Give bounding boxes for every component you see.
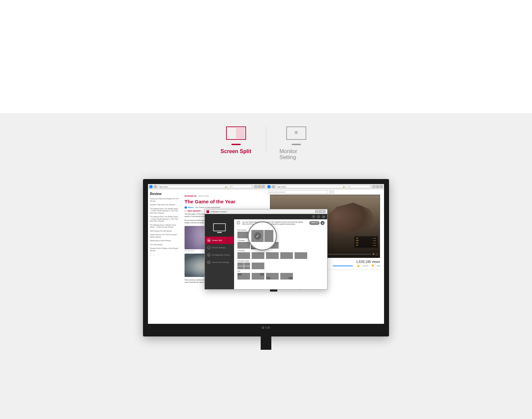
layout-4a[interactable] bbox=[237, 263, 250, 269]
nav-label: Game mode settings bbox=[212, 261, 229, 263]
layout-3e[interactable] bbox=[295, 252, 307, 259]
monitor-stand bbox=[261, 336, 271, 350]
search-box[interactable] bbox=[232, 185, 252, 188]
layout-pip-bl[interactable] bbox=[266, 273, 279, 280]
overlay-stat: SP━━━ bbox=[356, 244, 376, 246]
thumbs-down-icon[interactable]: 👎 bbox=[371, 265, 374, 267]
osc-info-text: You can choose the screen split type for… bbox=[242, 221, 307, 225]
gear-icon[interactable]: ⚙ bbox=[322, 215, 325, 218]
osc-nav-game-mode[interactable]: 🎮 Game mode settings bbox=[205, 259, 234, 266]
close-button[interactable]: × bbox=[262, 185, 265, 188]
search-box[interactable] bbox=[350, 185, 370, 188]
minimize-button[interactable]: – bbox=[372, 185, 375, 188]
layout-3d[interactable] bbox=[280, 252, 293, 259]
layout-3b[interactable] bbox=[252, 252, 264, 259]
layout-pip-tr[interactable] bbox=[252, 273, 264, 280]
tab-label: Monitor Setting bbox=[280, 148, 313, 160]
monitor-mockup: ← → https://www🔒 ↻ – ▢ × Review PowerCol… bbox=[143, 179, 389, 350]
player-stats-overlay: SP━━━ MP━━━ HP━━━ SP━━━ bbox=[354, 236, 378, 248]
osc-main-panel: i You can choose the screen split type f… bbox=[234, 219, 327, 289]
section-4-screen: 4-Screen Split bbox=[237, 260, 324, 262]
maximize-button[interactable]: ▢ bbox=[376, 185, 379, 188]
share-label[interactable]: Share. bbox=[188, 206, 194, 208]
osc-toolbar: ? i ⚙ bbox=[205, 214, 327, 219]
monitor-bezel: ← → https://www🔒 ↻ – ▢ × Review PowerCol… bbox=[143, 179, 389, 336]
video-search-bar: game review channel bbox=[266, 189, 384, 195]
maximize-button[interactable]: ▢ bbox=[258, 185, 261, 188]
osc-app-icon bbox=[206, 210, 209, 213]
close-button[interactable]: × bbox=[380, 185, 383, 188]
tab-monitor-setting[interactable]: Monitor Setting bbox=[266, 126, 326, 163]
layout-2a[interactable] bbox=[237, 242, 250, 249]
osc-monitor-preview bbox=[205, 219, 234, 237]
osc-titlebar[interactable]: OnScreen Control – ▢ × bbox=[205, 209, 327, 214]
tab-label: Screen Split bbox=[220, 148, 251, 154]
osc-sidebar: ▣ Screen Split ▭ Monitor Settings ◐ My A… bbox=[205, 219, 234, 289]
back-button[interactable]: ← bbox=[267, 185, 271, 188]
layout-3c[interactable] bbox=[266, 252, 279, 259]
monitor-stand-icon bbox=[292, 144, 301, 145]
sidebar-link[interactable]: Nvidia GeForce GTX 1070 Founder's Editio… bbox=[150, 234, 179, 238]
overlay-stat: SP━━━ bbox=[356, 237, 376, 239]
like-count: 78,141 bbox=[362, 265, 368, 267]
magnified-layout: ✓ bbox=[251, 230, 273, 242]
share-icon[interactable] bbox=[185, 206, 187, 209]
monitor-stand-icon bbox=[231, 144, 241, 145]
minimize-button[interactable]: – bbox=[254, 185, 257, 188]
settings-icon[interactable]: ⚙ bbox=[372, 253, 374, 256]
apply-all-button[interactable]: Apply all bbox=[309, 221, 320, 225]
address-bar[interactable]: https://www🔒 ↻ bbox=[276, 185, 348, 188]
sidebar-header: Review bbox=[150, 192, 179, 196]
thumbs-up-icon[interactable]: 👍 bbox=[357, 265, 360, 267]
info-icon: i bbox=[237, 221, 240, 224]
article-sidebar: Review PowerColor Red Devil Radeon RX 47… bbox=[148, 189, 181, 324]
sidebar-link[interactable]: Shadow Tactics: Blades of the Shogun Rev… bbox=[150, 247, 179, 252]
reviewed-on-date: | 28 NOV 2016 bbox=[198, 195, 209, 197]
address-bar[interactable]: https://www🔒 ↻ bbox=[158, 185, 230, 188]
nav-label: Monitor Settings bbox=[212, 247, 225, 249]
osc-nav-monitor-settings[interactable]: ▭ Monitor Settings bbox=[205, 244, 234, 251]
article-title: The Game of the Year bbox=[185, 199, 263, 205]
share-subtitle: The Game of the experience bbox=[195, 206, 220, 208]
reviewed-on-label: REVIEWED ON bbox=[185, 195, 197, 197]
layout-pip-br[interactable] bbox=[280, 273, 293, 280]
forward-button[interactable]: → bbox=[272, 185, 275, 188]
sidebar-link[interactable]: AMD Radeon RX 460 Review bbox=[150, 230, 179, 232]
sidebar-link[interactable]: The Walking Dead: The Telltale Series – … bbox=[150, 208, 179, 214]
browser-toolbar: ← → https://www🔒 ↻ – ▢ × bbox=[148, 184, 266, 189]
sidebar-link[interactable]: Shardier: Half-Genie Hero Review bbox=[150, 204, 179, 206]
video-search-button[interactable] bbox=[329, 190, 334, 194]
monitor-brand-logo: ◎ LG bbox=[148, 326, 384, 329]
browser-toolbar: ← → https://www🔒 ↻ – ▢ × bbox=[266, 184, 384, 189]
layout-4b[interactable] bbox=[252, 263, 264, 269]
sidebar-link[interactable]: The Walking Dead: The Telltale Series – … bbox=[150, 216, 179, 222]
close-button[interactable]: × bbox=[323, 210, 326, 213]
magnifier-overlay: ✓ bbox=[248, 221, 277, 251]
tab-screen-split[interactable]: Screen Split bbox=[206, 126, 266, 163]
sidebar-link[interactable]: Let It Die Review bbox=[150, 244, 179, 246]
preset-icon: ◐ bbox=[207, 253, 210, 257]
info-icon[interactable]: i bbox=[317, 215, 320, 218]
minimize-button[interactable]: – bbox=[315, 210, 318, 213]
help-icon[interactable]: ? bbox=[312, 215, 315, 218]
osc-nav-app-preset[interactable]: ◐ My Application Preset bbox=[205, 251, 234, 259]
sidebar-link[interactable]: Watermelown Within Review bbox=[150, 240, 179, 242]
checkmark-icon: ✓ bbox=[254, 232, 261, 240]
layout-pip-tl[interactable] bbox=[237, 273, 250, 280]
sidebar-link[interactable]: The Walking Dead: A Telltale Game Series… bbox=[150, 224, 179, 228]
video-search-input[interactable]: game review channel bbox=[268, 190, 328, 194]
back-button[interactable]: ← bbox=[149, 185, 153, 188]
maximize-button[interactable]: ▢ bbox=[319, 210, 322, 213]
sidebar-link[interactable]: PowerColor Red Devil Radeon RX 470 Revie… bbox=[150, 198, 179, 202]
forward-button[interactable]: → bbox=[154, 185, 157, 188]
nav-label: Screen Split bbox=[212, 239, 222, 241]
gamepad-icon: 🎮 bbox=[207, 261, 210, 264]
layout-3a[interactable] bbox=[237, 252, 250, 259]
osc-nav-screen-split[interactable]: ▣ Screen Split bbox=[205, 237, 234, 244]
monitor-screen: ← → https://www🔒 ↻ – ▢ × Review PowerCol… bbox=[148, 184, 384, 324]
sidebar-pagination[interactable]: ↓ ↑ bbox=[150, 254, 179, 256]
osc-title-text: OnScreen Control bbox=[210, 211, 226, 213]
nav-label: My Application Preset bbox=[212, 254, 230, 256]
fullscreen-icon[interactable]: ⛶ bbox=[376, 253, 378, 256]
toggle-button[interactable]: ⏻ bbox=[321, 221, 325, 225]
